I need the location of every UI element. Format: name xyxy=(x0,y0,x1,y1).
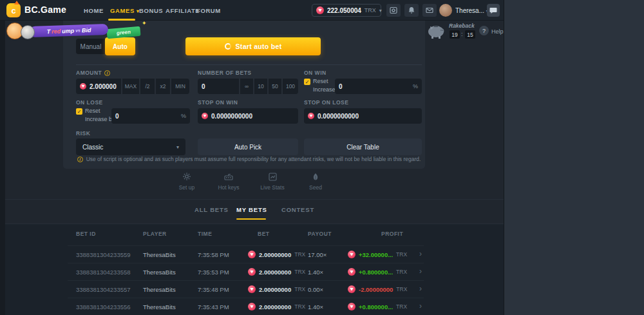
table-row[interactable]: 3388381304233556 TheresaBits 7:35:43 PM … xyxy=(68,298,424,314)
nav-forum[interactable]: FORUM xyxy=(196,7,221,14)
on-win-reset-checkbox[interactable]: ✓ xyxy=(304,79,310,85)
chevron-right-icon[interactable]: › xyxy=(419,267,422,276)
tab-manual[interactable]: Manual xyxy=(76,39,106,54)
coin-trx-icon xyxy=(248,251,256,258)
balance-selector[interactable]: 222.050004 TRX ▾ xyxy=(312,4,381,17)
seed-action[interactable]: Seed xyxy=(296,171,335,191)
bc-game-app: c BC.Game HOME GAMES ▾ BONUS AFFILIATE F… xyxy=(0,0,644,315)
nav-bonus[interactable]: BONUS xyxy=(139,7,163,14)
nav-games[interactable]: GAMES ▾ xyxy=(110,7,140,14)
brand-logo-icon[interactable]: c xyxy=(6,3,21,17)
start-auto-bet-button[interactable]: Start auto bet xyxy=(185,37,321,55)
vault-icon xyxy=(390,6,397,14)
top-navbar: c BC.Game HOME GAMES ▾ BONUS AFFILIATE F… xyxy=(0,0,504,21)
spinner-icon xyxy=(225,43,231,50)
on-lose-reset-checkbox[interactable]: ✓ xyxy=(76,108,82,115)
hotkeys-action[interactable]: Hot keys xyxy=(209,171,248,191)
tab-my-bets[interactable]: MY BETS xyxy=(236,206,267,213)
chevron-right-icon[interactable]: › xyxy=(419,284,422,293)
amount-min-button[interactable]: MIN xyxy=(171,79,189,94)
table-row[interactable]: 3388381304233558 TheresaBits 7:35:53 PM … xyxy=(68,263,424,280)
stop-on-win-input[interactable]: 0.0000000000 xyxy=(198,108,298,124)
col-time: TIME xyxy=(198,231,212,237)
notifications-button[interactable] xyxy=(404,4,419,17)
amount-input[interactable]: 2.000000 xyxy=(76,79,121,94)
coin-trx-icon xyxy=(248,268,256,276)
bets-50-button[interactable]: 50 xyxy=(269,79,281,94)
on-win-increase-input[interactable]: 0 % xyxy=(335,79,422,94)
promo-character-2 xyxy=(21,25,35,39)
brand-name[interactable]: BC.Game xyxy=(24,5,66,15)
info-icon[interactable]: i xyxy=(104,70,110,76)
live-stats-action[interactable]: Live Stats xyxy=(253,171,292,191)
coin-trx-icon xyxy=(248,303,256,310)
bets-10-button[interactable]: 10 xyxy=(254,79,267,94)
coin-trx-icon xyxy=(348,303,355,310)
on-lose-label: ON LOSE xyxy=(76,99,103,106)
col-bet: BET xyxy=(258,231,270,237)
bets-100-button[interactable]: 100 xyxy=(283,79,298,94)
col-profit: PROFIT xyxy=(381,231,403,237)
auto-pick-button[interactable]: Auto Pick xyxy=(198,138,298,155)
seed-icon xyxy=(312,173,319,181)
messages-button[interactable] xyxy=(422,4,437,17)
rakeback-minutes: 19 xyxy=(450,30,460,39)
rakeback-seconds: 15 xyxy=(465,30,475,39)
table-row[interactable]: 3388381304233559 TheresaBits 7:35:58 PM … xyxy=(68,245,424,262)
clear-table-button[interactable]: Clear Table xyxy=(304,138,422,155)
mail-icon xyxy=(426,6,433,14)
on-lose-reset-label[interactable]: Reset xyxy=(85,108,100,114)
on-lose-increase-label[interactable]: Increase by xyxy=(85,116,115,122)
piggy-icon[interactable] xyxy=(426,23,447,39)
bell-icon xyxy=(408,6,415,14)
chevron-down-icon: ▾ xyxy=(379,8,382,14)
coin-trx-icon xyxy=(348,251,355,258)
tab-all-bets[interactable]: ALL BETS xyxy=(194,206,229,213)
stop-on-lose-input[interactable]: 0.0000000000 xyxy=(304,108,422,124)
tab-active-underline xyxy=(236,218,266,220)
tab-contest[interactable]: CONTEST xyxy=(281,206,314,213)
chat-toggle-icon xyxy=(489,6,497,14)
table-row[interactable]: 3388381304233557 TheresaBits 7:35:48 PM … xyxy=(68,280,424,297)
vault-button[interactable] xyxy=(386,4,401,17)
help-icon[interactable]: ? xyxy=(479,26,489,35)
col-bet-id: BET ID xyxy=(76,231,96,237)
user-menu[interactable]: Theresa... ▾ xyxy=(455,7,489,14)
promo-flag: green xyxy=(106,26,140,39)
auto-bet-panel: Manual Auto Start auto bet AMOUNTi NUMBE… xyxy=(63,21,425,169)
chevron-right-icon[interactable]: › xyxy=(419,301,422,310)
col-player: PLAYER xyxy=(143,231,167,237)
nav-affiliate[interactable]: AFFILIATE xyxy=(166,7,200,14)
on-lose-increase-input[interactable]: 0 % xyxy=(111,108,190,124)
nav-home[interactable]: HOME xyxy=(84,7,104,14)
sparkle-icon: ✦ xyxy=(142,20,147,26)
stats-icon xyxy=(269,173,277,181)
coin-trx-icon xyxy=(348,285,355,293)
user-avatar[interactable] xyxy=(439,4,452,17)
keyboard-icon xyxy=(223,173,234,180)
balance-amount: 222.050004 xyxy=(327,7,361,14)
help-label[interactable]: Help xyxy=(491,28,504,35)
chevron-down-icon: ▾ xyxy=(176,144,179,150)
setup-action[interactable]: Set up xyxy=(167,171,206,191)
amount-double-button[interactable]: x2 xyxy=(156,79,170,94)
risk-select[interactable]: Classic ▾ xyxy=(76,138,185,155)
coin-trx-icon xyxy=(308,113,314,119)
divider xyxy=(5,199,504,200)
number-of-bets-input[interactable]: 0 xyxy=(198,79,239,94)
on-win-reset-label[interactable]: Reset xyxy=(313,78,328,84)
chevron-right-icon[interactable]: › xyxy=(419,249,422,258)
promo-ribbon: TredumpvsBid xyxy=(30,24,109,37)
chat-sidebar xyxy=(504,0,644,315)
amount-max-button[interactable]: MAX xyxy=(122,79,139,94)
coin-trx-icon xyxy=(348,268,355,276)
gear-icon xyxy=(182,172,191,181)
info-icon: i xyxy=(77,157,83,162)
amount-half-button[interactable]: /2 xyxy=(140,79,155,94)
on-win-label: ON WIN xyxy=(304,70,327,76)
chat-toggle-button[interactable] xyxy=(487,4,500,17)
stop-on-lose-label: STOP ON LOSE xyxy=(304,99,348,106)
bets-infinity-button[interactable]: ∞ xyxy=(240,79,253,94)
nav-games-active-underline xyxy=(108,19,135,21)
promo-banner[interactable]: TredumpvsBid green ✦ xyxy=(5,21,153,41)
